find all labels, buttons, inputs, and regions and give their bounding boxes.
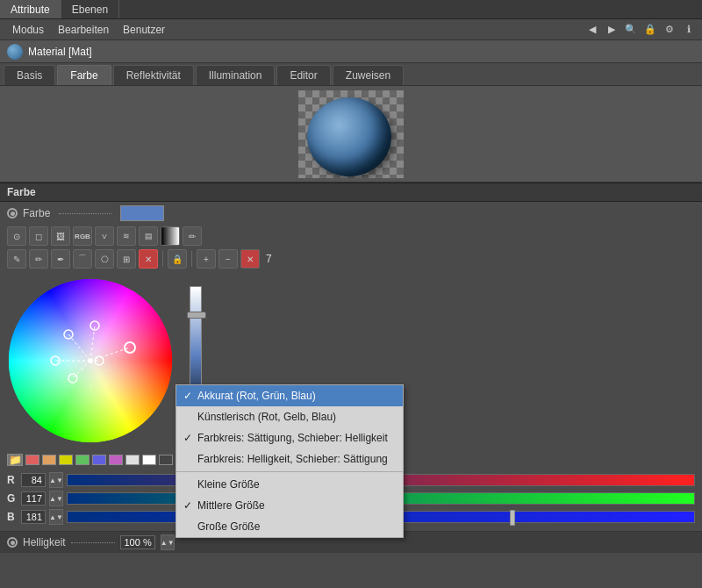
swatch-orange[interactable] [42,455,56,465]
g-stepper[interactable]: ▲▼ [49,491,63,506]
gradient-button[interactable] [161,226,180,246]
material-sphere [307,97,391,176]
dropdown-item-3[interactable]: Farbkreis: Helligkeit, Schieber: Sättigu… [176,448,403,470]
menu-benutzer[interactable]: Benutzer [116,22,172,38]
tool-2-button[interactable]: ✏ [29,249,48,269]
delete-button[interactable]: ✕ [139,249,158,269]
dropdown-item-grosse[interactable]: Große Größe [176,516,403,537]
material-icon [7,44,23,60]
separator-2 [191,251,192,267]
helligkeit-dots [71,542,115,543]
swatch-green[interactable] [75,455,90,465]
settings-icon[interactable]: ⚙ [662,22,677,38]
farbe-row: Farbe [0,202,702,225]
b-thumb[interactable] [510,510,515,526]
tab-farbe[interactable]: Farbe [57,65,111,85]
dropdown-item-mittlere[interactable]: Mittlere Größe [176,495,403,516]
svg-point-13 [88,358,93,363]
tool-6-button[interactable]: ⊞ [117,249,136,269]
b-label: B [7,511,18,523]
r-input[interactable] [21,473,46,487]
dropdown-menu: Akkurat (Rot, Grün, Blau) Künstlerisch (… [176,384,404,538]
section-header-farbe: Farbe [0,183,702,202]
edit-button[interactable]: ✏ [183,226,202,246]
tab-editor[interactable]: Editor [276,65,330,85]
menu-bearbeiten[interactable]: Bearbeiten [51,22,116,38]
wheel-button[interactable]: ⊙ [7,226,26,246]
helligkeit-label: Helligkeit [23,536,66,549]
swatch-white[interactable] [142,455,156,465]
spectrum-button[interactable]: ▤ [139,226,158,246]
separator-1 [162,251,163,267]
add-button[interactable]: + [197,249,216,269]
minus-button[interactable]: − [218,249,238,269]
noise-button[interactable]: ≋ [117,226,136,246]
farbe-color-swatch[interactable] [120,205,164,221]
color-wheel[interactable] [7,277,174,444]
rgb-button[interactable]: RGB [73,226,92,246]
count-value: 7 [266,253,272,265]
sub-tab-bar: Basis Farbe Reflektivität Illumination E… [0,63,702,86]
arrow-right-icon[interactable]: ▶ [604,22,620,38]
swatch-blue[interactable] [92,455,106,465]
helligkeit-input[interactable] [120,535,155,549]
g-input[interactable] [21,491,46,506]
swatch-light[interactable] [125,455,140,465]
color-wheel-area: Akkurat (Rot, Grün, Blau) Künstlerisch (… [0,270,702,451]
arrow-left-icon[interactable]: ◀ [584,22,600,38]
lock-button[interactable]: 🔒 [168,249,187,269]
swatch-empty[interactable] [159,455,173,465]
farbe-radio[interactable] [7,208,18,219]
tool-5-button[interactable]: ⎔ [95,249,114,269]
title-bar: Material [Mat] [0,40,702,63]
tab-zuweisen[interactable]: Zuweisen [333,65,404,85]
swatch-yellow[interactable] [59,455,73,465]
r-label: R [7,474,18,486]
tab-reflektivitaet[interactable]: Reflektivität [113,65,194,85]
tab-attribute[interactable]: Attribute [0,0,61,18]
dropdown-item-kleine[interactable]: Kleine Größe [176,474,403,495]
picker-button[interactable]: ◻ [29,226,48,246]
swatch-purple[interactable] [109,455,123,465]
r-stepper[interactable]: ▲▼ [49,472,63,488]
tool-4-button[interactable]: ⌒ [73,249,92,269]
menu-bar: Modus Bearbeiten Benutzer ◀ ▶ 🔍 🔒 ⚙ ℹ [0,19,702,40]
menu-icon-group: ◀ ▶ 🔍 🔒 ⚙ ℹ [584,22,697,38]
vec-button[interactable]: V [95,226,114,246]
dropdown-item-1[interactable]: Künstlerisch (Rot, Gelb, Blau) [176,406,403,427]
lock-icon[interactable]: 🔒 [642,22,658,38]
swatch-folder[interactable]: 📁 [7,454,23,466]
b-input[interactable] [21,510,46,524]
sphere-preview [298,90,404,178]
tool-1-button[interactable]: ✎ [7,249,26,269]
top-tab-bar: Attribute Ebenen [0,0,702,19]
toolbar-row-1: ⊙ ◻ 🖼 RGB V ≋ ▤ ✏ [0,225,702,247]
tab-basis[interactable]: Basis [4,65,55,85]
helligkeit-stepper[interactable]: ▲▼ [161,534,175,550]
tool-3-button[interactable]: ✒ [51,249,70,269]
farbe-label: Farbe [23,207,50,219]
dropdown-item-2[interactable]: Farbkreis: Sättigung, Schieber: Helligke… [176,427,403,448]
search-icon[interactable]: 🔍 [623,22,639,38]
title-text: Material [Mat] [28,46,92,58]
preview-area [0,86,702,183]
helligkeit-radio[interactable] [7,537,18,548]
g-label: G [7,492,18,505]
dropdown-separator [176,471,403,472]
tab-illumination[interactable]: Illumination [196,65,276,85]
brightness-thumb[interactable] [187,312,206,319]
b-stepper[interactable]: ▲▼ [49,509,63,525]
swatch-red[interactable] [25,455,39,465]
info-icon[interactable]: ℹ [681,22,697,38]
menu-modus[interactable]: Modus [5,22,51,38]
color-wheel-svg [7,277,174,444]
tab-ebenen[interactable]: Ebenen [61,0,119,18]
dots-line [59,213,111,214]
image-button[interactable]: 🖼 [51,226,70,246]
toolbar-row-2: ✎ ✏ ✒ ⌒ ⎔ ⊞ ✕ 🔒 + − ✕ 7 [0,247,702,270]
close-button[interactable]: ✕ [240,249,260,269]
dropdown-item-0[interactable]: Akkurat (Rot, Grün, Blau) [176,385,403,406]
